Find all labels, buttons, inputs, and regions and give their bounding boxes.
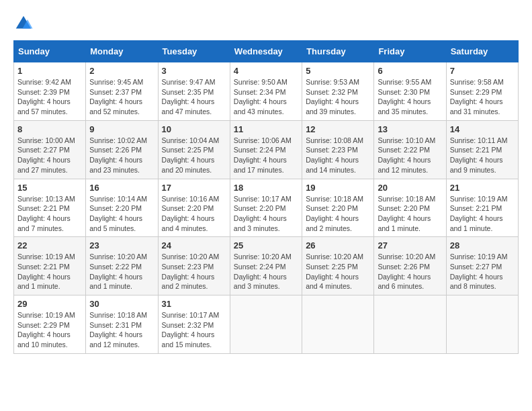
day-number: 20 [378, 183, 442, 193]
calendar-cell [446, 295, 518, 354]
calendar-cell: 3 Sunrise: 9:47 AMSunset: 2:35 PMDayligh… [158, 62, 230, 121]
header-sunday: Sunday [14, 41, 86, 62]
calendar-cell: 10 Sunrise: 10:04 AMSunset: 2:25 PMDayli… [158, 120, 230, 179]
day-info: Sunrise: 10:08 AMSunset: 2:23 PMDaylight… [306, 136, 370, 175]
header-wednesday: Wednesday [230, 41, 302, 62]
day-info: Sunrise: 10:10 AMSunset: 2:22 PMDaylight… [378, 136, 442, 175]
calendar-week-5: 29 Sunrise: 10:19 AMSunset: 2:29 PMDayli… [14, 295, 519, 354]
calendar-cell: 30 Sunrise: 10:18 AMSunset: 2:31 PMDayli… [86, 295, 158, 354]
day-number: 28 [450, 240, 515, 250]
day-info: Sunrise: 9:47 AMSunset: 2:35 PMDaylight:… [162, 77, 226, 117]
day-number: 11 [234, 124, 298, 134]
calendar-cell: 22 Sunrise: 10:19 AMSunset: 2:21 PMDayli… [14, 237, 86, 295]
day-number: 22 [17, 240, 82, 250]
day-number: 15 [17, 183, 82, 193]
day-number: 2 [89, 66, 154, 76]
calendar-cell: 11 Sunrise: 10:06 AMSunset: 2:24 PMDayli… [230, 120, 302, 179]
calendar-cell: 7 Sunrise: 9:58 AMSunset: 2:29 PMDayligh… [446, 62, 518, 121]
day-info: Sunrise: 9:50 AMSunset: 2:34 PMDaylight:… [234, 77, 298, 117]
day-number: 21 [450, 183, 515, 193]
calendar-cell: 15 Sunrise: 10:13 AMSunset: 2:21 PMDayli… [14, 179, 86, 237]
calendar-cell: 19 Sunrise: 10:18 AMSunset: 2:20 PMDayli… [302, 179, 374, 237]
day-info: Sunrise: 9:42 AMSunset: 2:39 PMDaylight:… [17, 77, 82, 117]
day-info: Sunrise: 9:45 AMSunset: 2:37 PMDaylight:… [89, 77, 154, 117]
day-number: 4 [234, 66, 298, 76]
calendar-cell: 20 Sunrise: 10:18 AMSunset: 2:20 PMDayli… [374, 179, 446, 237]
header-monday: Monday [86, 41, 158, 62]
calendar-cell: 23 Sunrise: 10:20 AMSunset: 2:22 PMDayli… [86, 237, 158, 295]
day-number: 24 [162, 240, 226, 250]
day-number: 13 [378, 124, 442, 134]
calendar-cell: 16 Sunrise: 10:14 AMSunset: 2:20 PMDayli… [86, 179, 158, 237]
day-number: 12 [306, 124, 370, 134]
day-number: 1 [17, 66, 82, 76]
day-info: Sunrise: 10:19 AMSunset: 2:21 PMDaylight… [450, 194, 515, 234]
calendar-cell: 4 Sunrise: 9:50 AMSunset: 2:34 PMDayligh… [230, 62, 302, 121]
day-number: 3 [162, 66, 226, 76]
day-info: Sunrise: 10:17 AMSunset: 2:20 PMDaylight… [234, 194, 298, 234]
day-info: Sunrise: 10:13 AMSunset: 2:21 PMDaylight… [17, 194, 82, 234]
calendar-cell: 1 Sunrise: 9:42 AMSunset: 2:39 PMDayligh… [14, 62, 86, 121]
calendar-cell: 25 Sunrise: 10:20 AMSunset: 2:24 PMDayli… [230, 237, 302, 295]
calendar-cell: 18 Sunrise: 10:17 AMSunset: 2:20 PMDayli… [230, 179, 302, 237]
day-info: Sunrise: 10:18 AMSunset: 2:20 PMDaylight… [306, 194, 370, 234]
calendar-cell [230, 295, 302, 354]
day-info: Sunrise: 9:53 AMSunset: 2:32 PMDaylight:… [306, 77, 370, 117]
header-friday: Friday [374, 41, 446, 62]
calendar-cell: 14 Sunrise: 10:11 AMSunset: 2:21 PMDayli… [446, 120, 518, 179]
day-info: Sunrise: 10:19 AMSunset: 2:21 PMDaylight… [17, 252, 82, 291]
day-info: Sunrise: 10:18 AMSunset: 2:20 PMDaylight… [378, 194, 442, 234]
calendar-cell: 5 Sunrise: 9:53 AMSunset: 2:32 PMDayligh… [302, 62, 374, 121]
day-info: Sunrise: 10:20 AMSunset: 2:25 PMDaylight… [306, 252, 370, 291]
calendar-cell: 13 Sunrise: 10:10 AMSunset: 2:22 PMDayli… [374, 120, 446, 179]
calendar-cell: 12 Sunrise: 10:08 AMSunset: 2:23 PMDayli… [302, 120, 374, 179]
day-number: 23 [89, 240, 154, 250]
day-number: 9 [89, 124, 154, 134]
calendar-cell: 8 Sunrise: 10:00 AMSunset: 2:27 PMDaylig… [14, 120, 86, 179]
day-number: 18 [234, 183, 298, 193]
day-number: 27 [378, 240, 442, 250]
calendar-cell: 24 Sunrise: 10:20 AMSunset: 2:23 PMDayli… [158, 237, 230, 295]
day-info: Sunrise: 9:58 AMSunset: 2:29 PMDaylight:… [450, 77, 515, 117]
calendar-cell: 2 Sunrise: 9:45 AMSunset: 2:37 PMDayligh… [86, 62, 158, 121]
calendar-cell: 9 Sunrise: 10:02 AMSunset: 2:26 PMDaylig… [86, 120, 158, 179]
day-info: Sunrise: 10:19 AMSunset: 2:29 PMDaylight… [17, 310, 82, 350]
calendar-cell [302, 295, 374, 354]
calendar-week-1: 1 Sunrise: 9:42 AMSunset: 2:39 PMDayligh… [14, 62, 519, 121]
logo [13, 13, 36, 34]
header-thursday: Thursday [302, 41, 374, 62]
calendar-week-3: 15 Sunrise: 10:13 AMSunset: 2:21 PMDayli… [14, 179, 519, 237]
calendar-cell: 26 Sunrise: 10:20 AMSunset: 2:25 PMDayli… [302, 237, 374, 295]
day-info: Sunrise: 10:11 AMSunset: 2:21 PMDaylight… [450, 136, 515, 175]
calendar-cell: 21 Sunrise: 10:19 AMSunset: 2:21 PMDayli… [446, 179, 518, 237]
day-info: Sunrise: 10:18 AMSunset: 2:31 PMDaylight… [89, 310, 154, 350]
day-info: Sunrise: 10:20 AMSunset: 2:24 PMDaylight… [234, 252, 298, 291]
day-number: 30 [89, 299, 154, 309]
day-info: Sunrise: 10:02 AMSunset: 2:26 PMDaylight… [89, 136, 154, 175]
day-number: 25 [234, 240, 298, 250]
day-number: 8 [17, 124, 82, 134]
calendar-cell: 28 Sunrise: 10:19 AMSunset: 2:27 PMDayli… [446, 237, 518, 295]
header-tuesday: Tuesday [158, 41, 230, 62]
day-number: 17 [162, 183, 226, 193]
calendar-cell: 31 Sunrise: 10:17 AMSunset: 2:32 PMDayli… [158, 295, 230, 354]
calendar-cell: 6 Sunrise: 9:55 AMSunset: 2:30 PMDayligh… [374, 62, 446, 121]
day-info: Sunrise: 10:17 AMSunset: 2:32 PMDaylight… [162, 310, 226, 350]
day-info: Sunrise: 10:19 AMSunset: 2:27 PMDaylight… [450, 252, 515, 291]
day-info: Sunrise: 10:14 AMSunset: 2:20 PMDaylight… [89, 194, 154, 234]
day-info: Sunrise: 10:06 AMSunset: 2:24 PMDaylight… [234, 136, 298, 175]
day-info: Sunrise: 10:20 AMSunset: 2:22 PMDaylight… [89, 252, 154, 291]
day-number: 16 [89, 183, 154, 193]
day-number: 29 [17, 299, 82, 309]
calendar-week-2: 8 Sunrise: 10:00 AMSunset: 2:27 PMDaylig… [14, 120, 519, 179]
day-info: Sunrise: 10:04 AMSunset: 2:25 PMDaylight… [162, 136, 226, 175]
day-number: 19 [306, 183, 370, 193]
day-number: 5 [306, 66, 370, 76]
day-info: Sunrise: 9:55 AMSunset: 2:30 PMDaylight:… [378, 77, 442, 117]
day-info: Sunrise: 10:20 AMSunset: 2:23 PMDaylight… [162, 252, 226, 291]
calendar-cell: 17 Sunrise: 10:16 AMSunset: 2:20 PMDayli… [158, 179, 230, 237]
day-number: 10 [162, 124, 226, 134]
calendar-table: SundayMondayTuesdayWednesdayThursdayFrid… [13, 40, 519, 354]
calendar-cell [374, 295, 446, 354]
day-number: 6 [378, 66, 442, 76]
